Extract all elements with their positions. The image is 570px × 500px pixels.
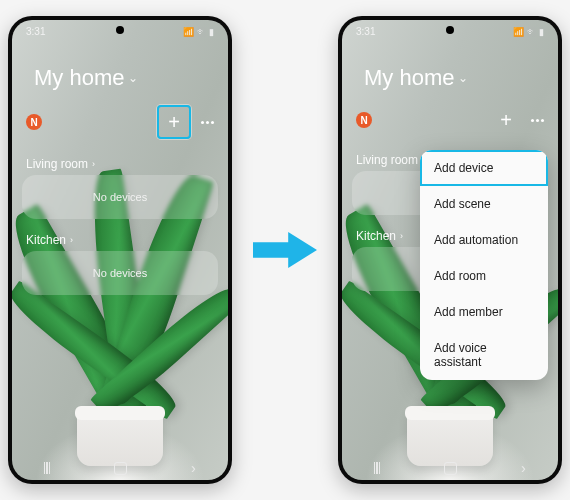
dot-icon bbox=[211, 121, 214, 124]
chevron-right-icon: › bbox=[70, 235, 73, 245]
room-label: Kitchen bbox=[26, 233, 66, 247]
svg-marker-0 bbox=[253, 232, 317, 268]
title-text: My home bbox=[364, 65, 454, 91]
wifi-icon: ᯤ bbox=[527, 27, 536, 37]
dot-icon bbox=[536, 119, 539, 122]
chevron-right-icon: › bbox=[92, 159, 95, 169]
more-button[interactable] bbox=[527, 115, 548, 126]
nav-recent[interactable] bbox=[374, 462, 381, 474]
screen: 3:31 📶ᯤ▮ My home ⌄ N + bbox=[342, 20, 558, 480]
menu-item-add-device[interactable]: Add device bbox=[420, 150, 548, 186]
more-button[interactable] bbox=[197, 117, 218, 128]
dot-icon bbox=[531, 119, 534, 122]
status-icons: 📶ᯤ▮ bbox=[513, 27, 544, 37]
title-text: My home bbox=[34, 65, 124, 91]
card-text: No devices bbox=[93, 191, 147, 203]
screen: 3:31 📶ᯤ▮ My home ⌄ N + bbox=[12, 20, 228, 480]
page-title[interactable]: My home ⌄ bbox=[34, 65, 228, 91]
room-card[interactable]: No devices bbox=[22, 251, 218, 295]
battery-icon: ▮ bbox=[539, 27, 544, 37]
room-card[interactable]: No devices bbox=[22, 175, 218, 219]
plus-icon: + bbox=[500, 109, 512, 132]
menu-item-add-member[interactable]: Add member bbox=[420, 294, 548, 330]
dot-icon bbox=[206, 121, 209, 124]
add-button[interactable]: + bbox=[157, 105, 191, 139]
plus-icon: + bbox=[168, 111, 180, 134]
notification-badge[interactable]: N bbox=[356, 112, 372, 128]
menu-item-add-room[interactable]: Add room bbox=[420, 258, 548, 294]
chevron-down-icon: ⌄ bbox=[458, 71, 468, 85]
nav-bar: ‹ bbox=[12, 456, 228, 480]
nav-bar: ‹ bbox=[342, 456, 558, 480]
nav-back[interactable]: ‹ bbox=[521, 460, 526, 476]
room-label: Kitchen bbox=[356, 229, 396, 243]
nav-recent[interactable] bbox=[44, 462, 51, 474]
arrow-icon bbox=[250, 226, 320, 274]
dot-icon bbox=[541, 119, 544, 122]
add-menu: Add device Add scene Add automation Add … bbox=[420, 150, 548, 380]
notification-badge[interactable]: N bbox=[26, 114, 42, 130]
phone-left: 3:31 📶ᯤ▮ My home ⌄ N + bbox=[8, 16, 232, 484]
top-row: N + bbox=[12, 97, 228, 143]
header-actions: + bbox=[491, 105, 548, 135]
nav-home[interactable] bbox=[444, 462, 457, 475]
status-time: 3:31 bbox=[356, 26, 375, 37]
room-label: Living room bbox=[356, 153, 418, 167]
nav-home[interactable] bbox=[114, 462, 127, 475]
chevron-right-icon: › bbox=[400, 231, 403, 241]
top-row: N + bbox=[342, 97, 558, 139]
status-bar: 3:31 📶ᯤ▮ bbox=[12, 20, 228, 37]
wifi-icon: ᯤ bbox=[197, 27, 206, 37]
add-button[interactable]: + bbox=[491, 105, 521, 135]
status-time: 3:31 bbox=[26, 26, 45, 37]
room-label: Living room bbox=[26, 157, 88, 171]
dot-icon bbox=[201, 121, 204, 124]
page-title[interactable]: My home ⌄ bbox=[364, 65, 558, 91]
header-actions: + bbox=[157, 105, 218, 139]
status-bar: 3:31 📶ᯤ▮ bbox=[342, 20, 558, 37]
chevron-down-icon: ⌄ bbox=[128, 71, 138, 85]
card-text: No devices bbox=[93, 267, 147, 279]
nav-back[interactable]: ‹ bbox=[191, 460, 196, 476]
room-header-kitchen[interactable]: Kitchen › bbox=[26, 233, 228, 247]
menu-item-add-voice-assistant[interactable]: Add voice assistant bbox=[420, 330, 548, 380]
menu-item-add-scene[interactable]: Add scene bbox=[420, 186, 548, 222]
room-header-living[interactable]: Living room › bbox=[26, 157, 228, 171]
battery-icon: ▮ bbox=[209, 27, 214, 37]
menu-item-add-automation[interactable]: Add automation bbox=[420, 222, 548, 258]
status-icons: 📶ᯤ▮ bbox=[183, 27, 214, 37]
phone-right: 3:31 📶ᯤ▮ My home ⌄ N + bbox=[338, 16, 562, 484]
